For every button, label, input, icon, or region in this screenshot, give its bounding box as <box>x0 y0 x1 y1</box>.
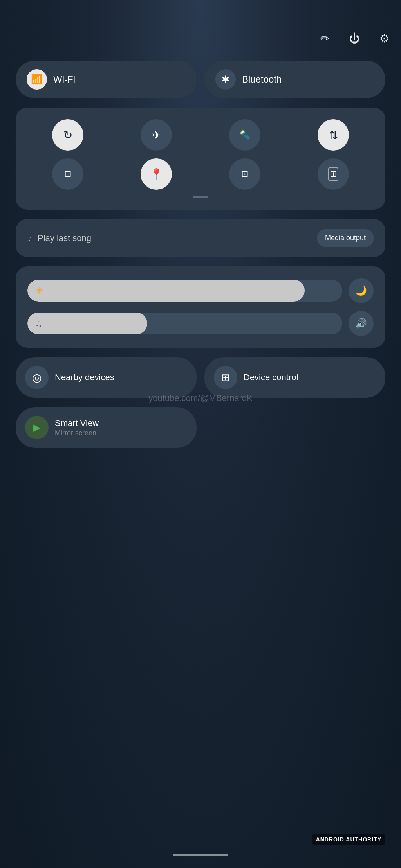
wifi-icon: 📶 <box>31 74 43 85</box>
smart-view-title: Smart View <box>55 418 99 428</box>
data-icon: ⇅ <box>329 129 338 142</box>
speaker-icon: 🔊 <box>355 318 367 329</box>
bluetooth-icon-circle: ✱ <box>215 69 236 90</box>
android-authority-badge: ANDROID AUTHORITY <box>312 834 385 845</box>
tile-cast[interactable]: ⊟ <box>52 158 83 190</box>
tile-rotation[interactable]: ↻ <box>52 119 83 151</box>
tile-data[interactable]: ⇅ <box>318 119 349 151</box>
screenshot-icon: ⊞ <box>328 167 338 181</box>
nearby-devices-tile[interactable]: ◎ Nearby devices <box>16 357 197 398</box>
brightness-icon: ☀ <box>35 285 44 296</box>
flashlight-icon: 🔦 <box>240 130 250 140</box>
device-control-label: Device control <box>244 372 298 383</box>
bluetooth-label: Bluetooth <box>242 74 282 85</box>
volume-track[interactable]: ♫ <box>27 313 342 334</box>
tiles-grid: ↻ ✈ 🔦 ⇅ ⊟ 📍 ⊡ ⊞ <box>27 119 374 190</box>
bluetooth-icon: ✱ <box>222 74 229 85</box>
media-output-button[interactable]: Media output <box>317 229 374 247</box>
tiles-container: ↻ ✈ 🔦 ⇅ ⊟ 📍 ⊡ ⊞ <box>16 108 385 210</box>
smart-view-icon-circle: ▶ <box>25 416 49 439</box>
smart-view-subtitle: Mirror screen <box>55 429 99 437</box>
rotation-icon: ↻ <box>63 129 72 142</box>
media-player[interactable]: ♪ Play last song Media output <box>16 219 385 257</box>
volume-button[interactable]: 🔊 <box>349 311 374 336</box>
cast-icon: ⊟ <box>64 169 71 179</box>
device-control-icon-circle: ⊞ <box>214 366 237 389</box>
wifi-icon-circle: 📶 <box>27 69 47 90</box>
tile-location[interactable]: 📍 <box>141 158 172 190</box>
watermark: youtube.com/@MBernardK <box>148 393 253 403</box>
home-indicator[interactable] <box>173 854 228 856</box>
brightness-slider-row: ☀ 🌙 <box>27 278 374 303</box>
brightness-track[interactable]: ☀ <box>27 280 342 302</box>
moon-icon: 🌙 <box>355 285 367 296</box>
volume-track-icon: ♫ <box>35 318 42 329</box>
media-title: Play last song <box>38 233 91 243</box>
pencil-icon[interactable]: ✏ <box>320 32 329 45</box>
device-control-icon: ⊞ <box>221 372 230 384</box>
location-icon: 📍 <box>150 168 163 181</box>
wifi-label: Wi-Fi <box>53 74 75 85</box>
nearby-devices-icon-circle: ◎ <box>25 366 49 389</box>
nearby-devices-label: Nearby devices <box>55 372 114 383</box>
settings-icon[interactable]: ⚙ <box>379 32 389 45</box>
smart-view-text: Smart View Mirror screen <box>55 418 99 437</box>
tile-screenshot[interactable]: ⊞ <box>318 158 349 190</box>
tile-flashlight[interactable]: 🔦 <box>229 119 260 151</box>
bluetooth-toggle[interactable]: ✱ Bluetooth <box>204 61 385 98</box>
tile-airplane[interactable]: ✈ <box>141 119 172 151</box>
wifi-toggle[interactable]: 📶 Wi-Fi <box>16 61 197 98</box>
night-mode-button[interactable]: 🌙 <box>349 278 374 303</box>
bottom-tiles-row: ◎ Nearby devices ⊞ Device control <box>16 357 385 398</box>
smart-view-tile[interactable]: ▶ Smart View Mirror screen <box>16 407 197 448</box>
music-note-icon: ♪ <box>27 233 32 244</box>
indicator-dot <box>193 196 208 198</box>
volume-slider-row: ♫ 🔊 <box>27 311 374 336</box>
media-info: ♪ Play last song <box>27 233 91 244</box>
nearby-devices-icon: ◎ <box>32 371 42 384</box>
wallet-icon: ⊡ <box>241 169 248 179</box>
tiles-page-indicator <box>27 196 374 198</box>
airplane-icon: ✈ <box>152 129 161 142</box>
quick-toggles-row: 📶 Wi-Fi ✱ Bluetooth <box>16 61 385 98</box>
power-icon[interactable]: ⏻ <box>349 32 360 45</box>
volume-fill: ♫ <box>27 313 147 334</box>
sliders-container: ☀ 🌙 ♫ 🔊 <box>16 266 385 348</box>
brightness-fill: ☀ <box>27 280 305 302</box>
smart-view-play-icon: ▶ <box>33 422 40 433</box>
tile-wallet[interactable]: ⊡ <box>229 158 260 190</box>
device-control-tile[interactable]: ⊞ Device control <box>204 357 385 398</box>
